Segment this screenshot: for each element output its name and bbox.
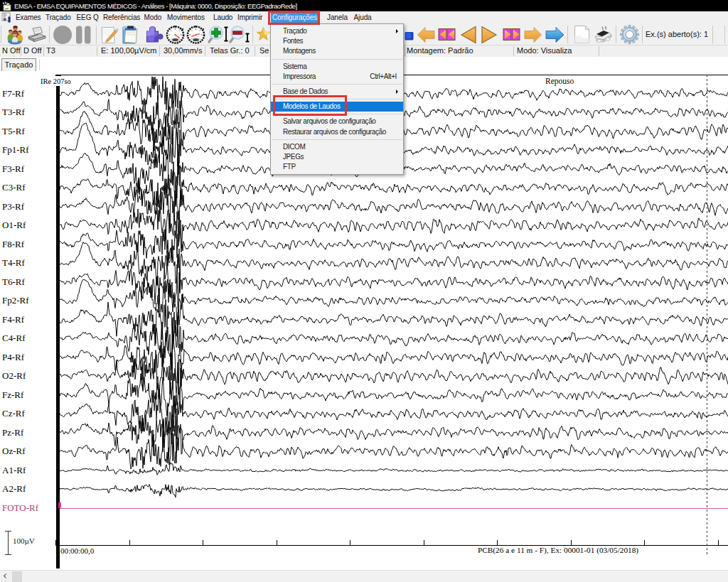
channel-label-f7-rf: F7-Rf: [2, 88, 24, 99]
timeline-tick: [571, 540, 572, 545]
gauge-faster-icon[interactable]: [186, 25, 205, 45]
status-field: T3: [46, 45, 55, 57]
toolbar-separator: [712, 26, 713, 43]
back-arrow-icon[interactable]: [417, 25, 436, 45]
menu-bar: ExamesTraçadoEEG QReferênciasModoMovimen…: [0, 11, 728, 23]
fast-back-icon[interactable]: [438, 25, 456, 45]
menubar-item-modo[interactable]: Modo: [142, 11, 164, 23]
gear-icon[interactable]: [619, 24, 640, 45]
menu-item-montagens[interactable]: Montagens: [271, 46, 403, 56]
go-end-icon[interactable]: [545, 25, 565, 45]
channel-label-fz-rf: Fz-Rf: [2, 389, 23, 401]
menu-item-impressora[interactable]: ImpressoraCtrl+Alt+I: [271, 72, 403, 82]
status-separator: [21, 46, 21, 56]
channel-label-pz-rf: Pz-Rf: [2, 427, 23, 438]
channel-label-c3-rf: C3-Rf: [2, 182, 26, 193]
page-end-dashed-line: [707, 75, 707, 556]
menubar-item-imprimir[interactable]: Imprimir: [236, 11, 264, 23]
report-icon[interactable]: [121, 24, 142, 45]
plugin-icon[interactable]: [144, 24, 164, 44]
go-start-icon[interactable]: [404, 25, 415, 45]
amplitude-scale-label: 100µV: [13, 537, 35, 545]
menu-item-restaurar-arquivos-de-configura-o[interactable]: Restaurar arquivos de configuração: [271, 127, 403, 137]
toolbar-separator: [642, 26, 643, 43]
channel-label-f3-rf: F3-Rf: [2, 163, 24, 175]
status-field: Modo: Visualiza: [517, 45, 572, 57]
status-separator: [599, 46, 599, 56]
edit-trace-icon[interactable]: [100, 25, 120, 45]
start-time-label: 00:00:00,0: [60, 546, 94, 555]
menu-shortcut: Ctrl+Alt+I: [370, 72, 397, 82]
zoom-in-icon[interactable]: [207, 25, 230, 45]
status-field: Montagem: Padrão: [407, 45, 473, 57]
menu-item-dicom[interactable]: DICOM: [271, 142, 403, 152]
new-document-icon[interactable]: [573, 25, 592, 44]
menu-item-salvar-arquivos-de-configura-o[interactable]: Salvar arquivos de configuração: [271, 117, 403, 126]
toolbar-separator: [1, 26, 1, 43]
gauge-slower-icon[interactable]: [166, 25, 185, 45]
toolbar-separator: [616, 26, 616, 43]
fast-forward-icon[interactable]: [503, 25, 521, 45]
menubar-item-janela[interactable]: Janela: [326, 11, 350, 23]
menu-item-tra-ado[interactable]: Traçado: [271, 26, 403, 36]
timeline-tick: [424, 540, 424, 545]
channel-label-foto-rf: FOTO-Rf: [2, 502, 38, 514]
status-separator: [97, 46, 97, 56]
menu-item-fontes[interactable]: Fontes: [271, 36, 403, 46]
channel-label-a2-rf: A2-Rf: [2, 483, 26, 495]
menu-item-modelos-de-laudos[interactable]: Modelos de Laudos: [271, 102, 403, 112]
menu-item-jpegs[interactable]: JPEGs: [271, 152, 403, 162]
channel-label-t4-rf: T4-Rf: [2, 257, 25, 269]
record-icon[interactable]: [53, 25, 73, 45]
menubar-item-ajuda[interactable]: Ajuda: [352, 11, 373, 23]
channel-label-c4-rf: C4-Rf: [2, 333, 26, 344]
status-field: Se: [259, 45, 269, 57]
toolbar-separator: [252, 26, 253, 43]
scrollbar-thumb[interactable]: [12, 571, 22, 582]
menubar-item-movimentos[interactable]: Movimentos: [166, 11, 207, 23]
status-separator: [405, 46, 405, 56]
menubar-item-laudo[interactable]: Laudo: [212, 11, 235, 23]
zoom-out-icon[interactable]: [228, 25, 251, 45]
pause-icon[interactable]: [75, 25, 93, 45]
print-trace-icon[interactable]: [594, 25, 613, 44]
forward-arrow-icon[interactable]: [523, 25, 542, 45]
next-screen-icon[interactable]: [481, 25, 498, 45]
channel-label-oz-rf: Oz-Rf: [2, 446, 26, 457]
open-exams-label: Ex.(s) aberto(s): 1: [646, 23, 708, 45]
menubar-item-eeg-q[interactable]: EEG Q: [75, 11, 100, 23]
timeline-tick: [644, 540, 645, 545]
tab-tracado[interactable]: Traçado: [1, 58, 36, 71]
menubar-item-tra-ado[interactable]: Traçado: [44, 11, 73, 23]
channel-label-f4-rf: F4-Rf: [2, 314, 24, 325]
menubar-item-configura-es[interactable]: Configurações: [271, 11, 319, 23]
menu-separator: [271, 112, 403, 117]
scale-marker-top-cap: [5, 531, 11, 532]
channel-label-fp1-rf: Fp1-Rf: [2, 144, 29, 156]
menubar-item-refer-ncias[interactable]: Referências: [102, 11, 142, 23]
submenu-arrow-icon: [396, 29, 398, 33]
menubar-item-exames[interactable]: Exames: [14, 11, 43, 23]
scrollbar-left-arrow[interactable]: [3, 573, 8, 578]
favorite-icon[interactable]: [257, 26, 270, 43]
patients-icon[interactable]: [6, 24, 26, 45]
channel-label-cz-rf: Cz-Rf: [2, 408, 25, 419]
status-separator: [513, 46, 514, 56]
channel-label-p4-rf: P4-Rf: [2, 352, 24, 363]
menu-separator: [271, 137, 403, 142]
timeline-tick: [55, 540, 56, 545]
status-field: Telas Gr.: 0: [210, 45, 250, 57]
printer-icon[interactable]: [27, 25, 47, 44]
menu-item-sistema[interactable]: Sistema: [271, 62, 403, 72]
menu-item-base-de-dados[interactable]: Base de Dados: [271, 87, 403, 97]
horizontal-scrollbar[interactable]: [0, 570, 728, 582]
channel-label-fp2-rf: Fp2-Rf: [2, 295, 29, 306]
timeline-tick: [129, 540, 130, 545]
toolbar-separator: [96, 26, 97, 43]
status-separator: [255, 46, 255, 56]
menu-item-ftp[interactable]: FTP: [271, 162, 403, 172]
prev-screen-icon[interactable]: [460, 25, 477, 45]
status-separator: [159, 46, 160, 56]
tab-strip-edge: [39, 60, 40, 70]
timeline-tick: [277, 540, 277, 545]
